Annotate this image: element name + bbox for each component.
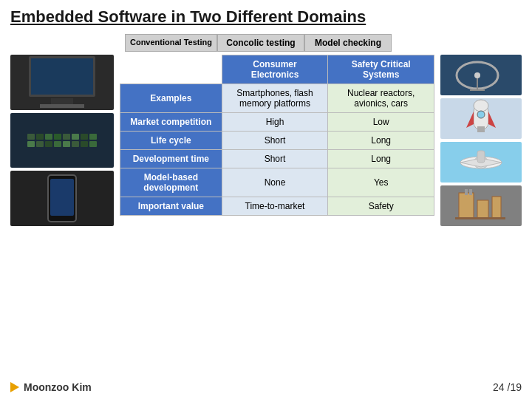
row-safety: Safety bbox=[328, 197, 434, 216]
table-row: ExamplesSmartphones, flash memory platfo… bbox=[120, 84, 434, 113]
table-row: Market competitionHighLow bbox=[120, 113, 434, 132]
label-concolic: Concolic testing bbox=[217, 34, 304, 52]
svg-marker-6 bbox=[488, 112, 496, 128]
row-safety: Long bbox=[328, 150, 434, 168]
col-header-consumer: Consumer Electronics bbox=[222, 55, 328, 84]
phone-image bbox=[10, 171, 114, 226]
right-images bbox=[440, 55, 522, 226]
svg-rect-13 bbox=[477, 151, 485, 163]
row-consumer: Short bbox=[222, 150, 328, 168]
row-safety: Long bbox=[328, 132, 434, 150]
row-label: Development time bbox=[120, 150, 222, 168]
svg-rect-19 bbox=[469, 189, 472, 195]
table-row: Important valueTime-to-marketSafety bbox=[120, 197, 434, 216]
building-image bbox=[440, 185, 522, 226]
row-label: Model-based development bbox=[120, 168, 222, 197]
play-icon bbox=[10, 382, 19, 392]
svg-point-9 bbox=[477, 111, 485, 118]
label-conventional: Conventional Testing bbox=[125, 34, 217, 52]
table-row: Development timeShortLong bbox=[120, 150, 434, 168]
rocket-image bbox=[440, 98, 522, 139]
satellite-svg bbox=[451, 55, 511, 95]
svg-point-7 bbox=[474, 100, 488, 112]
svg-rect-18 bbox=[465, 189, 468, 195]
svg-rect-17 bbox=[455, 217, 505, 219]
col-header-safety: Safety Critical Systems bbox=[328, 55, 434, 84]
keyboard-image bbox=[10, 113, 114, 168]
table-container: Consumer Electronics Safety Critical Sys… bbox=[120, 55, 434, 226]
building-svg bbox=[451, 185, 511, 226]
page-title: Embedded Software in Two Different Domai… bbox=[10, 7, 522, 27]
svg-point-3 bbox=[474, 72, 480, 78]
svg-rect-16 bbox=[492, 197, 501, 219]
page: Embedded Software in Two Different Domai… bbox=[0, 0, 532, 399]
row-label: Market competition bbox=[120, 113, 222, 132]
row-safety: Yes bbox=[328, 168, 434, 197]
svg-marker-5 bbox=[466, 112, 474, 128]
footer-left: Moonzoo Kim bbox=[10, 381, 92, 393]
table-row: Model-based developmentNoneYes bbox=[120, 168, 434, 197]
row-consumer: Time-to-market bbox=[222, 197, 328, 216]
footer: Moonzoo Kim 24 /19 bbox=[10, 381, 522, 393]
plane-svg bbox=[451, 142, 511, 183]
svg-rect-15 bbox=[477, 200, 488, 219]
row-label: Life cycle bbox=[120, 132, 222, 150]
svg-rect-14 bbox=[459, 193, 474, 219]
main-content: Consumer Electronics Safety Critical Sys… bbox=[10, 55, 522, 226]
row-consumer: Smartphones, flash memory platforms bbox=[222, 84, 328, 113]
page-number: 24 /19 bbox=[493, 381, 522, 393]
table-row: Life cycleShortLong bbox=[120, 132, 434, 150]
satellite-image bbox=[440, 55, 522, 95]
rocket-svg bbox=[451, 98, 511, 139]
row-safety: Nuclear reactors, avionics, cars bbox=[328, 84, 434, 113]
row-consumer: Short bbox=[222, 132, 328, 150]
svg-rect-8 bbox=[477, 126, 485, 132]
author-name: Moonzoo Kim bbox=[24, 381, 92, 393]
tv-image bbox=[10, 55, 114, 110]
row-label: Important value bbox=[120, 197, 222, 216]
row-label: Examples bbox=[120, 84, 222, 113]
row-safety: Low bbox=[328, 113, 434, 132]
row-consumer: None bbox=[222, 168, 328, 197]
comparison-table: Consumer Electronics Safety Critical Sys… bbox=[120, 55, 434, 216]
left-images bbox=[10, 55, 114, 226]
row-consumer: High bbox=[222, 113, 328, 132]
plane-image bbox=[440, 142, 522, 183]
label-model: Model checking bbox=[304, 34, 392, 52]
